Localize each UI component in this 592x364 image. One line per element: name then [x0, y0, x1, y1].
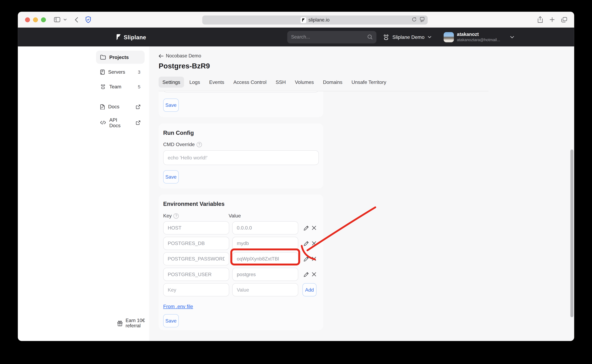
new-value-input[interactable] — [232, 283, 298, 296]
sidebar-item-servers[interactable]: Servers 3 — [96, 65, 145, 78]
environment-variables-card: Environment Variables Key ? Value — [159, 195, 323, 330]
sidebar-item-label: Docs — [108, 104, 119, 110]
env-value-input[interactable] — [232, 221, 298, 234]
sidebar-item-api-docs[interactable]: API Docs — [96, 116, 145, 129]
tab-unsafe-territory[interactable]: Unsafe Territory — [348, 77, 390, 88]
env-row-postgres-password — [163, 252, 319, 265]
avatar — [444, 32, 454, 42]
reader-mode-icon[interactable] — [420, 17, 425, 23]
card-title: Environment Variables — [163, 201, 319, 207]
env-value-input[interactable] — [232, 268, 298, 281]
zoom-window-button[interactable] — [41, 17, 46, 22]
server-icon — [100, 69, 105, 75]
back-arrow-icon — [159, 54, 164, 58]
close-window-button[interactable] — [25, 17, 30, 22]
gift-icon — [117, 320, 123, 326]
browser-toolbar: sliplane.io — [18, 12, 574, 27]
help-icon[interactable]: ? — [174, 213, 179, 218]
main-panel: Nocobase Demo Postgres-BzR9 Settings Log… — [149, 46, 574, 341]
workspace-name: Sliplane Demo — [392, 34, 424, 40]
edit-icon[interactable] — [304, 241, 309, 246]
tab-overview-icon[interactable] — [561, 17, 567, 23]
address-bar[interactable]: sliplane.io — [202, 15, 428, 25]
external-link-icon — [136, 104, 140, 109]
tab-events[interactable]: Events — [205, 77, 228, 88]
team-count-badge: 5 — [138, 84, 140, 89]
env-key-input[interactable] — [163, 221, 229, 234]
breadcrumb[interactable]: Nocobase Demo — [159, 53, 574, 58]
env-row-postgres-db — [163, 237, 319, 250]
reload-icon[interactable] — [412, 17, 417, 23]
url-text: sliplane.io — [308, 17, 329, 23]
env-value-input[interactable] — [232, 237, 298, 250]
tab-settings[interactable]: Settings — [159, 77, 184, 88]
external-link-icon — [136, 120, 140, 125]
screenshot-stage: sliplane.io — [0, 0, 592, 364]
sidebar-item-label: Team — [109, 84, 121, 90]
env-row-new: Add — [163, 283, 319, 296]
browser-window: sliplane.io — [18, 12, 574, 341]
tab-logs[interactable]: Logs — [186, 77, 204, 88]
add-env-var-button[interactable]: Add — [303, 283, 317, 296]
env-row-host — [163, 221, 319, 234]
sidebar-toggle-icon[interactable] — [54, 17, 60, 22]
tab-bar: Settings Logs Events Access Control SSH … — [159, 77, 488, 91]
edit-icon[interactable] — [304, 256, 309, 261]
delete-icon[interactable] — [312, 256, 317, 261]
search-input[interactable] — [291, 34, 367, 40]
scrollbar-thumb[interactable] — [570, 150, 573, 317]
user-email: atakanoztara@hotmail... — [457, 38, 500, 42]
from-env-file-link[interactable]: From .env file — [163, 304, 193, 309]
delete-icon[interactable] — [312, 226, 317, 230]
tab-domains[interactable]: Domains — [319, 77, 346, 88]
card-title: Run Config — [163, 130, 319, 136]
sidebar-item-docs[interactable]: Docs — [96, 100, 145, 113]
tab-ssh[interactable]: SSH — [272, 77, 290, 88]
env-key-input[interactable] — [163, 237, 229, 250]
save-button[interactable]: Save — [163, 170, 179, 183]
key-column-label: Key — [163, 213, 172, 219]
env-key-input[interactable] — [163, 252, 229, 265]
back-icon[interactable] — [75, 17, 78, 23]
cmd-override-input[interactable] — [163, 150, 319, 165]
sidebar: Projects Servers 3 — [18, 46, 149, 341]
shield-icon[interactable] — [85, 16, 91, 23]
env-key-input[interactable] — [163, 268, 229, 281]
tab-volumes[interactable]: Volumes — [291, 77, 318, 88]
folder-icon — [100, 55, 106, 60]
save-button[interactable]: Save — [163, 314, 179, 327]
sidebar-item-team[interactable]: Team 5 — [96, 80, 145, 93]
env-row-postgres-user — [163, 268, 319, 281]
edit-icon[interactable] — [304, 225, 309, 230]
app-header: Sliplane Sliplane Demo atakanozt ata — [18, 27, 574, 46]
delete-icon[interactable] — [312, 272, 317, 277]
code-icon — [100, 120, 106, 125]
minimize-window-button[interactable] — [33, 17, 38, 22]
sliplane-logo[interactable]: Sliplane — [116, 33, 146, 40]
new-tab-icon[interactable] — [549, 17, 555, 22]
sidebar-item-label: Servers — [108, 69, 125, 75]
user-menu[interactable]: atakanozt atakanoztara@hotmail... — [444, 32, 514, 42]
scrollbar[interactable] — [570, 150, 573, 341]
delete-icon[interactable] — [312, 241, 317, 246]
clipped-input[interactable] — [163, 91, 319, 92]
value-column-label: Value — [229, 213, 241, 219]
edit-icon[interactable] — [304, 272, 309, 277]
tab-access-control[interactable]: Access Control — [230, 77, 270, 88]
env-value-input[interactable] — [232, 252, 298, 265]
workspace-selector[interactable]: Sliplane Demo — [383, 34, 431, 40]
sidebar-item-projects[interactable]: Projects — [96, 51, 145, 64]
breadcrumb-label: Nocobase Demo — [166, 53, 201, 58]
new-key-input[interactable] — [163, 283, 229, 296]
team-icon — [100, 84, 106, 89]
chevron-down-icon[interactable] — [63, 19, 67, 21]
save-button[interactable]: Save — [163, 99, 179, 112]
general-settings-card: Save — [159, 91, 323, 117]
servers-count-badge: 3 — [138, 69, 140, 75]
referral-link[interactable]: Earn 10€ referral — [117, 318, 149, 328]
help-icon[interactable]: ? — [197, 142, 202, 147]
search-box[interactable] — [287, 31, 377, 43]
share-icon[interactable] — [537, 16, 543, 23]
team-icon — [383, 34, 389, 40]
run-config-card: Run Config CMD Override ? Save — [159, 124, 323, 188]
